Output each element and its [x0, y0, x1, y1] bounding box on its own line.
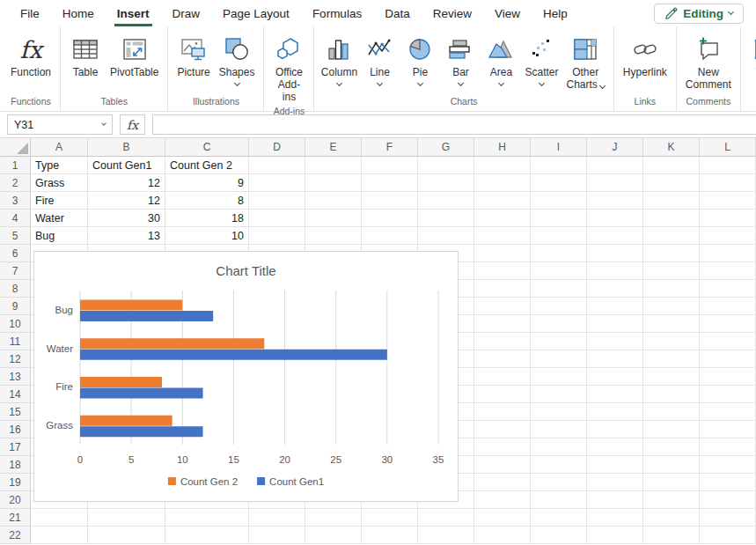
cell-L4[interactable] — [700, 210, 756, 227]
cell-H5[interactable] — [474, 227, 531, 245]
cell-I1[interactable] — [531, 157, 587, 174]
cell-L7[interactable] — [700, 262, 756, 280]
embedded-chart[interactable]: Chart Title05101520253035BugWaterFireGra… — [33, 251, 459, 502]
cell-K7[interactable] — [643, 262, 700, 280]
cell-I4[interactable] — [531, 210, 587, 227]
cell-C3[interactable]: 8 — [165, 192, 249, 210]
cell-K18[interactable] — [643, 456, 700, 474]
cell-F1[interactable] — [362, 157, 418, 174]
cell-D22[interactable] — [249, 527, 305, 544]
cell-I13[interactable] — [531, 368, 587, 386]
cell-J20[interactable] — [587, 491, 643, 509]
cell-H21[interactable] — [474, 509, 531, 527]
cell-L8[interactable] — [700, 280, 756, 298]
cell-J13[interactable] — [587, 368, 643, 386]
cell-K4[interactable] — [643, 210, 700, 227]
tab-home[interactable]: Home — [51, 0, 106, 26]
cell-L6[interactable] — [700, 245, 756, 262]
pivottable-button[interactable]: PivotTable — [107, 31, 161, 80]
hyperlink-button[interactable]: Hyperlink — [620, 31, 670, 80]
column-header-D[interactable]: D — [249, 138, 305, 157]
cell-F3[interactable] — [362, 192, 418, 210]
tab-help[interactable]: Help — [532, 0, 579, 26]
bar-chart-button[interactable]: Bar — [442, 31, 479, 91]
row-header-19[interactable]: 19 — [0, 474, 31, 491]
cell-K11[interactable] — [643, 333, 700, 350]
cell-B4[interactable]: 30 — [88, 210, 165, 227]
cell-K2[interactable] — [643, 174, 700, 192]
cell-K6[interactable] — [643, 245, 700, 262]
cell-F21[interactable] — [362, 509, 418, 527]
insert-function-button[interactable]: fx — [120, 114, 145, 135]
row-header-14[interactable]: 14 — [0, 386, 31, 403]
cell-L1[interactable] — [700, 157, 756, 174]
cell-I5[interactable] — [531, 227, 587, 245]
cell-L9[interactable] — [700, 298, 756, 315]
text-box-button[interactable]: A Text Box — [747, 31, 756, 92]
row-header-12[interactable]: 12 — [0, 350, 31, 368]
column-header-L[interactable]: L — [700, 138, 756, 157]
cell-C2[interactable]: 9 — [165, 174, 249, 192]
select-all-corner[interactable] — [0, 138, 31, 157]
cell-A3[interactable]: Fire — [31, 192, 88, 210]
cell-G22[interactable] — [418, 527, 474, 544]
cell-I17[interactable] — [531, 438, 587, 456]
cell-H22[interactable] — [474, 527, 531, 544]
row-header-8[interactable]: 8 — [0, 280, 31, 298]
cell-I22[interactable] — [531, 527, 587, 544]
cell-H2[interactable] — [474, 174, 531, 192]
cell-A21[interactable] — [31, 509, 88, 527]
column-header-F[interactable]: F — [362, 138, 418, 157]
column-header-G[interactable]: G — [418, 138, 474, 157]
row-header-3[interactable]: 3 — [0, 192, 31, 210]
cell-K10[interactable] — [643, 315, 700, 333]
cell-F22[interactable] — [362, 527, 418, 544]
cell-H18[interactable] — [474, 456, 531, 474]
cell-D2[interactable] — [249, 174, 305, 192]
column-header-K[interactable]: K — [643, 138, 700, 157]
cell-K9[interactable] — [643, 298, 700, 315]
new-comment-button[interactable]: New Comment — [683, 31, 734, 92]
cell-F5[interactable] — [362, 227, 418, 245]
column-header-I[interactable]: I — [531, 138, 587, 157]
shapes-button[interactable]: Shapes — [217, 31, 258, 91]
cell-G2[interactable] — [418, 174, 474, 192]
tab-draw[interactable]: Draw — [161, 0, 212, 26]
row-header-2[interactable]: 2 — [0, 174, 31, 192]
column-header-H[interactable]: H — [474, 138, 531, 157]
scatter-chart-button[interactable]: Scatter — [523, 31, 560, 91]
cell-I7[interactable] — [531, 262, 587, 280]
cell-E4[interactable] — [305, 210, 362, 227]
cell-H16[interactable] — [474, 421, 531, 438]
tab-page-layout[interactable]: Page Layout — [211, 0, 301, 26]
cell-H10[interactable] — [474, 315, 531, 333]
cell-J14[interactable] — [587, 386, 643, 403]
column-header-A[interactable]: A — [31, 138, 88, 157]
cell-D1[interactable] — [249, 157, 305, 174]
cell-J15[interactable] — [587, 403, 643, 421]
column-chart-button[interactable]: Column — [320, 31, 357, 91]
cell-I15[interactable] — [531, 403, 587, 421]
cell-J7[interactable] — [587, 262, 643, 280]
cell-G4[interactable] — [418, 210, 474, 227]
cell-J1[interactable] — [587, 157, 643, 174]
tab-insert[interactable]: Insert — [106, 0, 161, 26]
cell-K3[interactable] — [643, 192, 700, 210]
cell-D3[interactable] — [249, 192, 305, 210]
row-header-13[interactable]: 13 — [0, 368, 31, 386]
cell-L16[interactable] — [700, 421, 756, 438]
cell-E3[interactable] — [305, 192, 362, 210]
cell-L10[interactable] — [700, 315, 756, 333]
cell-L13[interactable] — [700, 368, 756, 386]
area-chart-button[interactable]: Area — [482, 31, 519, 91]
cell-E1[interactable] — [305, 157, 362, 174]
row-header-1[interactable]: 1 — [0, 157, 31, 174]
cell-H20[interactable] — [474, 491, 531, 509]
cell-C1[interactable]: Count Gen 2 — [165, 157, 249, 174]
cell-K14[interactable] — [643, 386, 700, 403]
cell-I8[interactable] — [531, 280, 587, 298]
cell-K21[interactable] — [643, 509, 700, 527]
cell-H11[interactable] — [474, 333, 531, 350]
cell-J22[interactable] — [587, 527, 643, 544]
cell-A5[interactable]: Bug — [31, 227, 88, 245]
